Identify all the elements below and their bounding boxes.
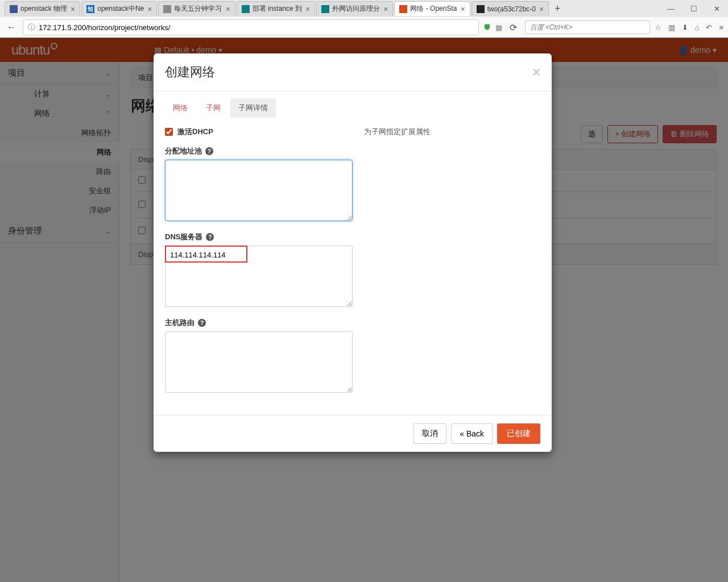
new-tab-button[interactable]: +: [550, 1, 565, 16]
cancel-button[interactable]: 取消: [413, 423, 446, 444]
dhcp-checkbox-label[interactable]: 激活DHCP: [165, 127, 353, 137]
favicon-icon: [477, 5, 485, 13]
close-window-icon[interactable]: ✕: [705, 0, 728, 17]
browser-tab[interactable]: 部署 instance 到×: [237, 1, 316, 16]
tab-subnet-details[interactable]: 子网详情: [230, 98, 276, 118]
favicon-icon: [399, 5, 407, 13]
favicon-icon: [321, 5, 329, 13]
close-icon[interactable]: ×: [383, 5, 388, 14]
url-bar: ← ⓘ ⛊ ▦ ⟳ ☆ ▥ ⬇ ⌂ ↶ ≡: [0, 17, 728, 38]
favicon-icon: [242, 5, 250, 13]
url-field[interactable]: ⓘ: [23, 19, 479, 35]
qr-icon[interactable]: ▦: [495, 23, 502, 32]
browser-tab[interactable]: 外网访问原理分×: [316, 1, 393, 16]
dhcp-checkbox[interactable]: [165, 128, 173, 136]
browser-chrome: openstack 物理× 知openstack中Ne× 每天五分钟学习× 部署…: [0, 0, 728, 38]
window-controls: — ☐ ✕: [660, 0, 728, 17]
back-button[interactable]: « Back: [451, 423, 493, 444]
history-icon[interactable]: ↶: [706, 23, 712, 32]
help-icon[interactable]: ?: [205, 147, 213, 155]
host-routes-label: 主机路由?: [165, 318, 353, 328]
close-icon[interactable]: ×: [225, 5, 230, 14]
url-input[interactable]: [39, 23, 474, 32]
close-icon[interactable]: ×: [147, 5, 152, 14]
modal-tabs: 网络 子网 子网详情: [154, 92, 552, 118]
star-icon[interactable]: ☆: [655, 23, 661, 32]
library-icon[interactable]: ▥: [668, 23, 675, 32]
modal-title: 创建网络: [165, 64, 215, 81]
home-icon[interactable]: ⌂: [695, 23, 700, 32]
back-icon[interactable]: ←: [5, 20, 18, 34]
browser-tab[interactable]: 知openstack中Ne×: [81, 1, 157, 16]
shield-icon[interactable]: ⛊: [483, 23, 491, 32]
tab-subnet[interactable]: 子网: [198, 98, 229, 118]
browser-tab[interactable]: two(a53c72bc-0×: [471, 1, 549, 16]
maximize-icon[interactable]: ☐: [682, 0, 705, 17]
allocation-pool-label: 分配地址池?: [165, 146, 353, 156]
favicon-icon: [163, 5, 171, 13]
modal-description: 为子网指定扩展属性: [353, 127, 540, 404]
browser-tab-active[interactable]: 网络 - OpenSta×: [394, 1, 470, 16]
download-icon[interactable]: ⬇: [682, 23, 688, 32]
dns-servers-input[interactable]: 114.114.114.114: [165, 246, 353, 307]
host-routes-input[interactable]: [165, 331, 353, 393]
help-icon[interactable]: ?: [198, 319, 206, 327]
menu-icon[interactable]: ≡: [719, 23, 723, 32]
close-icon[interactable]: ×: [539, 5, 544, 14]
favicon-icon: 知: [86, 5, 94, 13]
info-icon[interactable]: ⓘ: [28, 22, 35, 32]
dns-servers-label: DNS服务器?: [165, 232, 353, 242]
close-icon[interactable]: ×: [532, 64, 540, 80]
create-network-modal: 创建网络 × 网络 子网 子网详情 激活DHCP 分配地址池? DNS服务器? …: [154, 53, 552, 452]
browser-tab[interactable]: 每天五分钟学习×: [158, 1, 235, 16]
minimize-icon[interactable]: —: [660, 0, 682, 17]
help-icon[interactable]: ?: [206, 233, 214, 241]
submit-button[interactable]: 已创建: [497, 423, 540, 444]
tab-bar: openstack 物理× 知openstack中Ne× 每天五分钟学习× 部署…: [0, 0, 728, 17]
favicon-icon: [10, 5, 18, 13]
close-icon[interactable]: ×: [305, 5, 310, 14]
browser-tab[interactable]: openstack 物理×: [5, 1, 80, 16]
search-input[interactable]: [525, 20, 650, 34]
close-icon[interactable]: ×: [71, 5, 75, 14]
allocation-pool-input[interactable]: [165, 160, 353, 221]
close-icon[interactable]: ×: [460, 5, 465, 14]
reload-icon[interactable]: ⟳: [507, 20, 520, 34]
tab-network[interactable]: 网络: [165, 98, 196, 118]
